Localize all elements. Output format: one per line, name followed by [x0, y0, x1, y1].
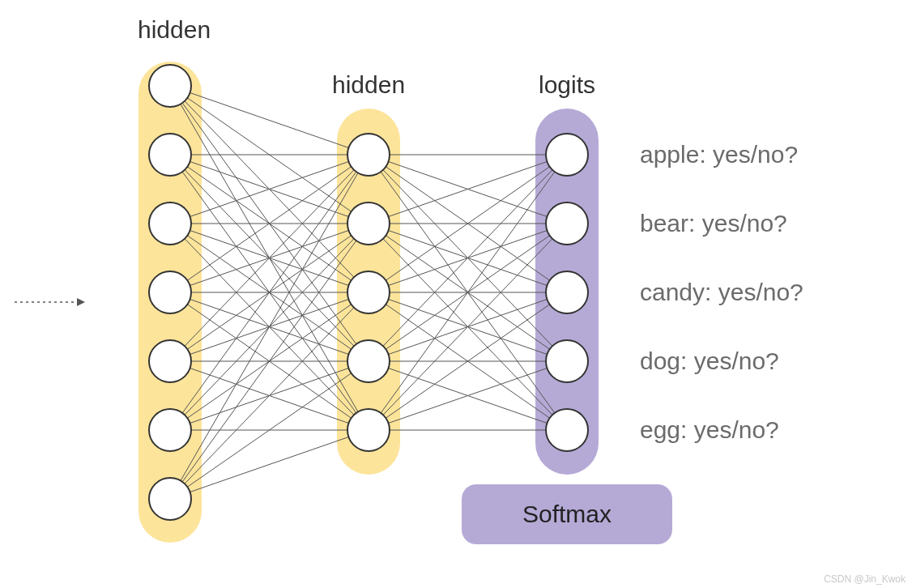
- nn-diagram: Softmax hidden hidden logits apple: yes/…: [0, 0, 912, 588]
- layer-label-logits: logits: [539, 71, 595, 99]
- node-hidden1-1: [149, 134, 191, 176]
- node-logits-3: [546, 340, 588, 382]
- input-arrow-head: [77, 298, 85, 306]
- node-hidden1-2: [149, 202, 191, 245]
- node-hidden2-1: [347, 202, 390, 245]
- node-hidden2-0: [347, 134, 390, 176]
- svg-line-32: [185, 308, 354, 484]
- watermark: CSDN @Jin_Kwok: [824, 573, 906, 585]
- node-logits-4: [546, 409, 588, 451]
- node-hidden2-3: [347, 340, 390, 382]
- node-hidden1-0: [149, 65, 191, 107]
- node-hidden1-3: [149, 271, 191, 313]
- node-hidden1-4: [149, 340, 191, 382]
- node-hidden1-6: [149, 478, 191, 520]
- node-hidden1-5: [149, 409, 191, 451]
- output-label-0: apple: yes/no?: [640, 141, 798, 168]
- node-logits-1: [546, 202, 588, 245]
- node-hidden2-4: [347, 409, 390, 451]
- output-label-2: candy: yes/no?: [640, 279, 803, 306]
- output-label-1: bear: yes/no?: [640, 210, 787, 237]
- svg-line-30: [181, 173, 358, 481]
- node-logits-0: [546, 134, 588, 176]
- output-label-4: egg: yes/no?: [640, 416, 779, 444]
- node-logits-2: [546, 271, 588, 313]
- layer-label-hidden2: hidden: [332, 71, 405, 99]
- svg-line-34: [190, 437, 349, 492]
- output-label-3: dog: yes/no?: [640, 347, 779, 375]
- softmax-label: Softmax: [522, 501, 612, 527]
- node-hidden2-2: [347, 271, 390, 313]
- svg-line-0: [190, 93, 349, 148]
- layer-label-hidden1: hidden: [138, 16, 211, 44]
